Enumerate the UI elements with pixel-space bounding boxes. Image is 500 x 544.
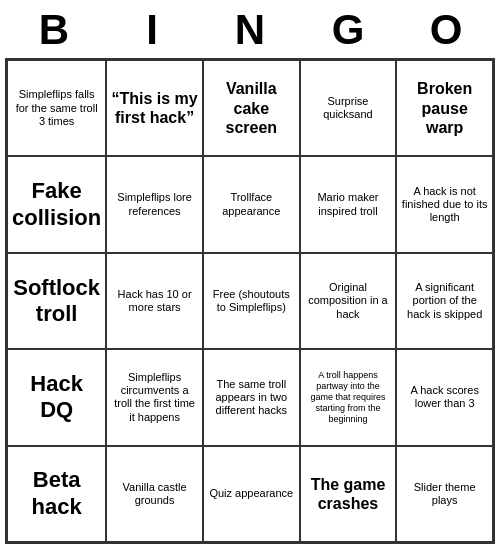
table-row: Mario maker inspired troll bbox=[300, 156, 397, 252]
table-row: Original composition in a hack bbox=[300, 253, 397, 349]
title-i: I bbox=[112, 6, 192, 54]
table-row: Simpleflips circumvents a troll the firs… bbox=[106, 349, 203, 445]
table-row: Vanilla castle grounds bbox=[106, 446, 203, 542]
table-row: Surprise quicksand bbox=[300, 60, 397, 156]
table-row: A hack is not finished due to its length bbox=[396, 156, 493, 252]
table-row: Hack DQ bbox=[7, 349, 106, 445]
title-o: O bbox=[406, 6, 486, 54]
table-row: Free (shoutouts to Simpleflips) bbox=[203, 253, 300, 349]
table-row: Beta hack bbox=[7, 446, 106, 542]
title-n: N bbox=[210, 6, 290, 54]
bingo-grid: Simpleflips falls for the same troll 3 t… bbox=[5, 58, 495, 544]
table-row: Vanilla cake screen bbox=[203, 60, 300, 156]
table-row: Hack has 10 or more stars bbox=[106, 253, 203, 349]
table-row: Softlock troll bbox=[7, 253, 106, 349]
table-row: “This is my first hack” bbox=[106, 60, 203, 156]
table-row: Simpleflips lore references bbox=[106, 156, 203, 252]
table-row: A significant portion of the hack is ski… bbox=[396, 253, 493, 349]
table-row: A hack scores lower than 3 bbox=[396, 349, 493, 445]
table-row: The same troll appears in two different … bbox=[203, 349, 300, 445]
title-g: G bbox=[308, 6, 388, 54]
table-row: Slider theme plays bbox=[396, 446, 493, 542]
table-row: Fake collision bbox=[7, 156, 106, 252]
table-row: Broken pause warp bbox=[396, 60, 493, 156]
bingo-title: B I N G O bbox=[5, 0, 495, 58]
table-row: A troll happens partway into the game th… bbox=[300, 349, 397, 445]
table-row: Simpleflips falls for the same troll 3 t… bbox=[7, 60, 106, 156]
title-b: B bbox=[14, 6, 94, 54]
table-row: The game crashes bbox=[300, 446, 397, 542]
table-row: Quiz appearance bbox=[203, 446, 300, 542]
table-row: Trollface appearance bbox=[203, 156, 300, 252]
